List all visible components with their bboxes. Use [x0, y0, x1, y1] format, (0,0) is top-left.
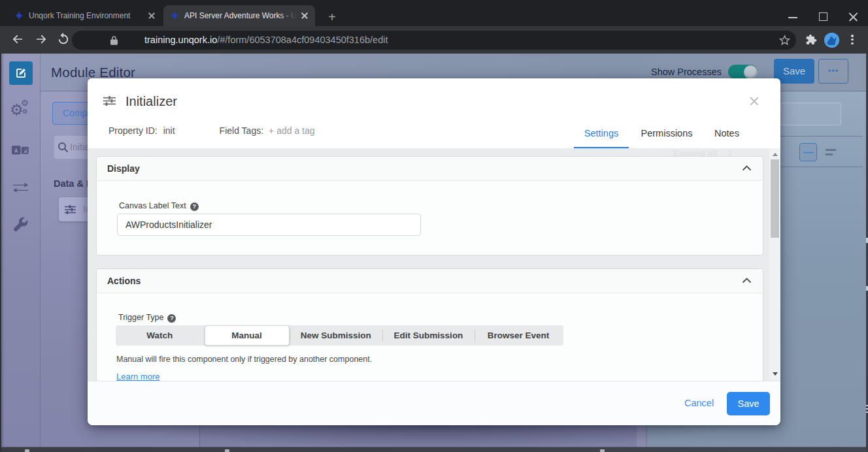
trigger-option-watch[interactable]: Watch [116, 325, 204, 346]
extensions-puzzle-icon[interactable] [806, 34, 818, 46]
modal-save-button[interactable]: Save [727, 392, 770, 415]
forward-icon[interactable] [33, 31, 49, 47]
tab-title: Unqork Training Environment [29, 11, 144, 20]
sliders-icon [103, 96, 116, 106]
collapse-chevron-icon[interactable] [742, 278, 752, 283]
trigger-option-edit-submission[interactable]: Edit Submission [382, 325, 475, 346]
profile-avatar[interactable] [824, 33, 839, 48]
window-maximize-button[interactable] [808, 0, 838, 22]
browser-menu-icon[interactable] [849, 33, 856, 48]
lock-icon [110, 35, 118, 46]
nav-settings-gears-icon[interactable]: ⚙ ⚙ ⚙ [11, 102, 29, 120]
window-controls [778, 0, 868, 26]
show-processes-toggle[interactable] [728, 65, 758, 79]
initializer-config-modal: Initializer Property ID:initField Tags:+… [88, 78, 780, 425]
help-icon[interactable]: ? [190, 202, 199, 211]
edit-pencil-icon [14, 67, 27, 80]
display-section-header[interactable]: Display [97, 157, 763, 181]
browser-tab-unqork-training[interactable]: Unqork Training Environment [8, 5, 162, 26]
browser-toolbar: training.unqork.io/#/form/6053708a4cf094… [0, 26, 868, 54]
modal-cancel-button[interactable]: Cancel [684, 398, 714, 408]
trigger-option-new-submission[interactable]: New Submission [290, 325, 383, 346]
canvas-label-text-label: Canvas Label Text? [119, 201, 199, 211]
scroll-up-arrow-icon[interactable] [773, 153, 778, 156]
display-section-card: Display Canvas Label Text? AWProductsIni… [96, 156, 763, 255]
modal-close-icon[interactable] [749, 96, 760, 106]
actions-section-title: Actions [107, 276, 141, 286]
modal-footer: Cancel Save [88, 381, 780, 425]
unqork-favicon-icon [170, 11, 179, 20]
nav-translations-icon[interactable] [11, 141, 29, 159]
trigger-option-browser-event[interactable]: Browser Event [475, 325, 562, 346]
modal-title: Initializer [125, 94, 177, 109]
modal-header: Initializer Property ID:initField Tags:+… [88, 78, 780, 148]
actions-section-header[interactable]: Actions [97, 269, 763, 293]
show-processes-label: Show Processes [651, 67, 722, 77]
sliders-icon [65, 205, 76, 214]
nav-swap-arrows-icon[interactable] [11, 178, 29, 197]
left-icon-rail: ⚙ ⚙ ⚙ [0, 54, 41, 452]
taskbar-notch [25, 449, 29, 452]
modal-scroll-area: Expand all 3 Display Canvas Label Text? … [88, 148, 780, 381]
browser-tab-api-server[interactable]: API Server Adventure Works - Un [163, 5, 315, 26]
tab-settings[interactable]: Settings [574, 127, 629, 141]
module-more-button[interactable]: ••• [818, 59, 848, 84]
tab-close-icon[interactable] [299, 10, 310, 21]
bookmark-star-icon[interactable] [778, 34, 791, 46]
window-bottom-edge [0, 447, 868, 452]
tab-close-icon[interactable] [146, 10, 157, 21]
sort-icon[interactable] [826, 149, 837, 156]
trigger-option-manual[interactable]: Manual [205, 325, 290, 346]
scrollbar-thumb[interactable] [771, 159, 779, 238]
nav-wrench-icon[interactable] [11, 216, 29, 234]
learn-more-link[interactable]: Learn more [116, 372, 159, 381]
unqork-favicon-icon [14, 11, 24, 20]
module-editor-page: ⚙ ⚙ ⚙ Module Editor Show Processes [0, 54, 868, 452]
reload-icon[interactable] [56, 31, 71, 47]
search-icon [58, 142, 69, 153]
taskbar-notch [225, 449, 229, 452]
window-left-edge [0, 54, 1, 452]
window-close-button[interactable] [838, 0, 868, 22]
taskbar-notch [600, 449, 605, 452]
scroll-down-arrow-icon[interactable] [773, 372, 778, 376]
canvas-label-text-input[interactable]: AWProductsInitializer [117, 214, 421, 236]
url-text[interactable]: training.unqork.io/#/form/6053708a4cf094… [144, 35, 388, 45]
collapse-button[interactable]: — [799, 143, 817, 161]
back-icon[interactable] [10, 31, 25, 47]
trigger-description: Manual will fire this component only if … [116, 355, 372, 364]
browser-tab-strip: Unqork Training Environment API Server A… [0, 0, 868, 26]
tab-title: API Server Adventure Works - Un [184, 11, 297, 20]
tab-permissions[interactable]: Permissions [629, 127, 704, 141]
display-section-title: Display [107, 163, 140, 174]
new-tab-button[interactable]: + [323, 8, 341, 27]
tab-notes[interactable]: Notes [705, 127, 749, 141]
trigger-type-segmented-control: Watch Manual New Submission Edit Submiss… [116, 325, 563, 346]
collapse-chevron-icon[interactable] [742, 165, 752, 171]
window-minimize-button[interactable] [778, 0, 808, 22]
modal-scrollbar[interactable] [769, 148, 780, 381]
modal-tabs: Settings Permissions Notes [88, 127, 780, 148]
actions-section-card: Actions Trigger Type? Watch Manual New S… [96, 268, 763, 381]
help-icon[interactable]: ? [167, 314, 176, 323]
nav-module-editor-item[interactable] [9, 61, 33, 85]
trigger-type-label: Trigger Type? [118, 313, 176, 323]
